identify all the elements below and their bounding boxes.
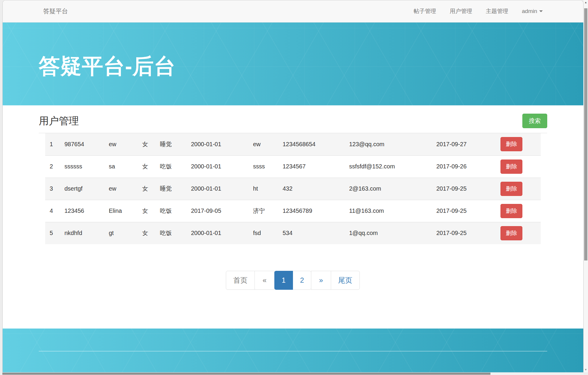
scroll-up-icon[interactable]: ▲: [584, 0, 588, 5]
table-cell: 女: [138, 178, 155, 200]
table-cell: 2017-09-26: [432, 155, 495, 178]
table-row: 4123456Elina女吃饭2017-09-05济宁12345678911@1…: [45, 200, 541, 222]
table-cell: 2017-09-25: [432, 178, 495, 200]
table-cell: 2017-09-25: [432, 200, 495, 222]
delete-button[interactable]: 删除: [500, 204, 522, 218]
table-cell: 2017-09-25: [432, 222, 495, 244]
delete-button[interactable]: 删除: [500, 137, 522, 151]
table-cell: 济宁: [249, 200, 278, 222]
table-cell: gt: [104, 222, 138, 244]
search-button[interactable]: 搜索: [522, 114, 547, 128]
section-title: 用户管理: [39, 114, 79, 128]
table-cell: 吃饭: [155, 200, 187, 222]
pagination-page-2-button[interactable]: 2: [293, 271, 311, 290]
main-content: 用户管理 搜索 1987654ew女睡觉2000-01-01ew12345686…: [3, 105, 583, 329]
table-cell: 2: [45, 155, 60, 178]
pagination-first-button[interactable]: 首页: [226, 271, 255, 290]
table-cell: 2000-01-01: [187, 155, 249, 178]
pagination-prev-button[interactable]: «: [255, 271, 274, 290]
table-cell: ew: [104, 178, 138, 200]
table-row: 5nkdhfdgt女吃饭2000-01-01fsd5341@qq.com2017…: [45, 222, 541, 244]
footer-divider: [39, 351, 547, 351]
table-cell: 2000-01-01: [187, 133, 249, 155]
nav-item-topics[interactable]: 主题管理: [486, 7, 508, 15]
hero-title: 答疑平台-后台: [39, 22, 547, 81]
navbar-menu: 帖子管理 用户管理 主题管理 admin: [400, 7, 543, 15]
table-row: 2sssssssa女吃饭2000-01-01ssss1234567ssfsfdf…: [45, 155, 541, 178]
pagination: 首页 « 12 » 尾页: [39, 271, 547, 290]
table-cell-action: 删除: [495, 133, 541, 155]
user-menu-label: admin: [522, 8, 537, 15]
table-cell-action: 删除: [495, 222, 541, 244]
table-cell: 1234567: [278, 155, 345, 178]
table-cell: ssss: [249, 155, 278, 178]
pagination-pages: 12: [275, 271, 312, 290]
pagination-last-button[interactable]: 尾页: [331, 271, 360, 290]
user-menu-dropdown[interactable]: admin: [522, 8, 543, 15]
table-cell: 3: [45, 178, 60, 200]
table-cell: ew: [249, 133, 278, 155]
table-cell-action: 删除: [495, 155, 541, 178]
pagination-page-1-button[interactable]: 1: [274, 271, 293, 290]
table-cell: 1234568654: [278, 133, 345, 155]
table-cell: ht: [249, 178, 278, 200]
table-cell-action: 删除: [495, 200, 541, 222]
table-cell: 女: [138, 133, 155, 155]
horizontal-scrollbar[interactable]: [2, 372, 584, 375]
section-header: 用户管理 搜索: [39, 105, 547, 133]
table-cell: 吃饭: [155, 155, 187, 178]
table-cell: 4: [45, 200, 60, 222]
table-cell: fsd: [249, 222, 278, 244]
nav-item-users[interactable]: 用户管理: [450, 7, 472, 15]
table-cell: 123@qq.com: [345, 133, 432, 155]
caret-down-icon: [539, 10, 543, 12]
table-cell: nkdhfd: [60, 222, 104, 244]
table-cell: 2000-01-01: [187, 222, 249, 244]
table-cell: 2017-09-05: [187, 200, 249, 222]
table-cell: dsertgf: [60, 178, 104, 200]
table-cell: ssssss: [60, 155, 104, 178]
table-cell: ssfsfdf@152.com: [345, 155, 432, 178]
table-cell: 女: [138, 222, 155, 244]
table-cell-action: 删除: [495, 178, 541, 200]
table-cell: sa: [104, 155, 138, 178]
table-cell: Elina: [104, 200, 138, 222]
vertical-scrollbar-thumb[interactable]: [584, 8, 587, 260]
vertical-scrollbar[interactable]: ▲ ▼: [584, 0, 588, 372]
table-row: 1987654ew女睡觉2000-01-01ew1234568654123@qq…: [45, 133, 541, 155]
table-cell: 123456789: [278, 200, 345, 222]
table-cell: 1@qq.com: [345, 222, 432, 244]
browser-page: 答疑平台 帖子管理 用户管理 主题管理 admin 答疑平台-后台 用户: [2, 0, 584, 372]
table-cell: 432: [278, 178, 345, 200]
user-table: 1987654ew女睡觉2000-01-01ew1234568654123@qq…: [45, 133, 541, 244]
delete-button[interactable]: 删除: [500, 226, 522, 240]
hero-banner: 答疑平台-后台: [3, 22, 583, 105]
table-cell: 女: [138, 155, 155, 178]
table-cell: 2000-01-01: [187, 178, 249, 200]
delete-button[interactable]: 删除: [500, 182, 522, 196]
table-cell: 2017-09-27: [432, 133, 495, 155]
table-cell: 1: [45, 133, 60, 155]
table-cell: 123456: [60, 200, 104, 222]
navbar: 答疑平台 帖子管理 用户管理 主题管理 admin: [3, 0, 583, 22]
table-cell: 睡觉: [155, 178, 187, 200]
table-cell: 534: [278, 222, 345, 244]
pagination-next-button[interactable]: »: [311, 271, 331, 290]
table-cell: 11@163.com: [345, 200, 432, 222]
delete-button[interactable]: 删除: [500, 160, 522, 174]
navbar-brand[interactable]: 答疑平台: [43, 7, 68, 15]
page-footer: [3, 329, 583, 372]
table-cell: 睡觉: [155, 133, 187, 155]
horizontal-scrollbar-thumb[interactable]: [2, 373, 490, 375]
table-cell: ew: [104, 133, 138, 155]
table-cell: 987654: [60, 133, 104, 155]
scroll-down-icon[interactable]: ▼: [584, 367, 588, 372]
nav-item-posts[interactable]: 帖子管理: [414, 7, 436, 15]
table-row: 3dsertgfew女睡觉2000-01-01ht4322@163.com201…: [45, 178, 541, 200]
table-cell: 2@163.com: [345, 178, 432, 200]
user-table-body: 1987654ew女睡觉2000-01-01ew1234568654123@qq…: [45, 133, 541, 244]
table-cell: 5: [45, 222, 60, 244]
table-cell: 吃饭: [155, 222, 187, 244]
table-cell: 女: [138, 200, 155, 222]
